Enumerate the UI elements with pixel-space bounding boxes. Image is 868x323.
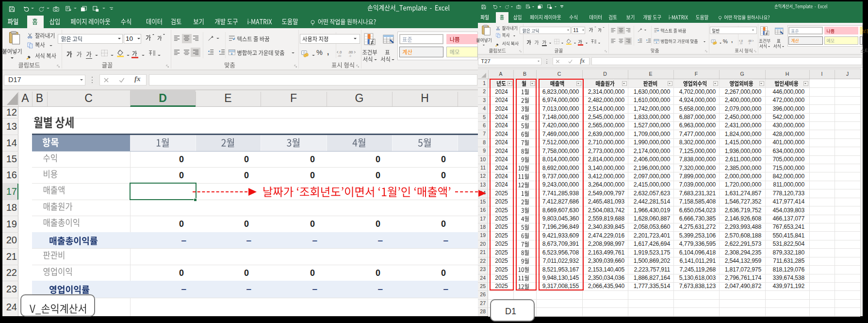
svg-text:.0: .0: [349, 54, 351, 57]
svg-text:.00: .00: [337, 54, 341, 57]
svg-text:.0: .0: [748, 42, 750, 45]
svg-text:.0: .0: [740, 39, 743, 42]
svg-text:.00: .00: [748, 39, 752, 42]
svg-text:.00: .00: [739, 42, 743, 45]
